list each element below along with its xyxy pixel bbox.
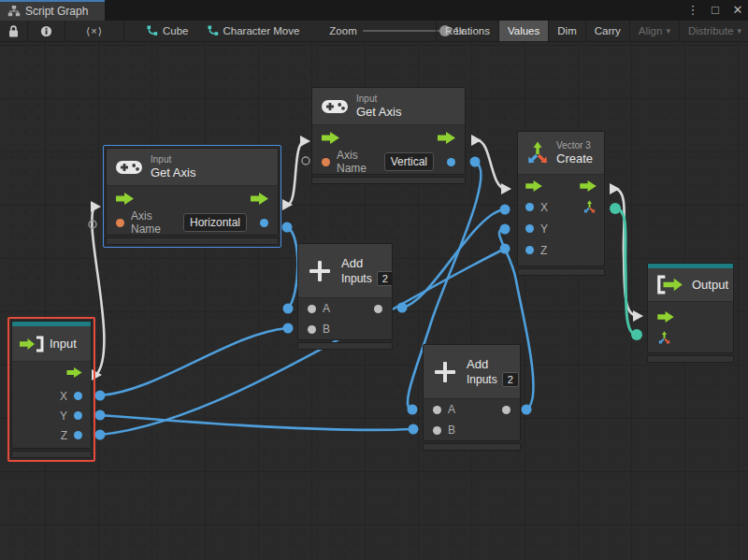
x-port[interactable] (525, 203, 534, 211)
node-title: Add (467, 357, 519, 372)
values-toggle[interactable]: Values (498, 21, 548, 41)
relations-toggle[interactable]: Relations (436, 21, 498, 41)
control-out-port[interactable] (438, 132, 455, 144)
node-title: Get Axis (356, 105, 401, 120)
gamepad-icon (322, 98, 348, 115)
node-footer (647, 355, 734, 363)
node-title: Add (341, 256, 393, 271)
sum-out-port[interactable] (502, 406, 511, 414)
input-a-label: A (323, 302, 330, 315)
lock-button[interactable] (0, 21, 28, 41)
axis-name-port[interactable] (116, 219, 124, 227)
output-event-icon (655, 275, 685, 294)
node-title: Get Axis (151, 165, 195, 180)
graph-hierarchy-icon (7, 6, 21, 17)
breadcrumb-label: Cube (163, 25, 189, 36)
node-output[interactable]: Output (647, 263, 734, 363)
node-title: Output (692, 278, 728, 293)
value-out-port[interactable] (447, 158, 455, 166)
tab-title: Script Graph (25, 5, 88, 18)
node-add-2[interactable]: Add Inputs 2 A B (423, 344, 521, 451)
node-get-axis-horizontal[interactable]: Input Get Axis Axis Name Horizontal (103, 145, 281, 248)
control-out-port[interactable] (251, 193, 268, 205)
input-b-port[interactable] (308, 325, 316, 334)
window-maximize-button[interactable]: □ (709, 0, 722, 21)
inputs-label: Inputs (341, 271, 372, 286)
axis-name-port[interactable] (322, 158, 330, 166)
axis-name-value[interactable]: Horizontal (183, 213, 247, 232)
window-menu-button[interactable]: ⋮ (686, 0, 699, 21)
inputs-label: Inputs (467, 372, 497, 387)
node-subtitle: Vector 3 (556, 140, 593, 151)
input-event-icon (19, 336, 44, 352)
tab-script-graph[interactable]: Script Graph (0, 0, 105, 21)
dim-toggle[interactable]: Dim (548, 21, 584, 41)
vector3-icon (525, 141, 550, 165)
graph-node-icon (147, 25, 158, 36)
axis-name-label: Axis Name (131, 209, 177, 236)
lock-icon (8, 25, 19, 37)
control-out-port[interactable] (580, 180, 597, 192)
vector3-out-port[interactable] (583, 200, 597, 214)
node-vector3-create[interactable]: Vector 3 Create X (517, 131, 605, 276)
node-add-1[interactable]: Add Inputs 2 A B (297, 243, 393, 350)
breadcrumb-cube[interactable]: Cube (137, 21, 198, 41)
zoom-label: Zoom (329, 25, 356, 36)
z-label: Z (61, 429, 67, 442)
y-label: Y (540, 223, 548, 236)
y-label: Y (60, 409, 67, 423)
distribute-dropdown[interactable]: Distribute ▾ (679, 21, 748, 41)
y-port[interactable] (525, 224, 534, 233)
input-b-label: B (448, 424, 455, 437)
plus-icon (306, 257, 334, 285)
node-footer (311, 177, 466, 184)
code-icon: ⟨×⟩ (86, 25, 103, 37)
z-port[interactable] (525, 246, 534, 254)
graph-toolbar: ⟨×⟩ Cube Character Move (0, 21, 748, 42)
node-title: Input (50, 337, 77, 352)
carry-toggle[interactable]: Carry (585, 21, 629, 41)
node-footer (11, 451, 92, 458)
chevron-down-icon: ▾ (666, 26, 670, 36)
x-out-port[interactable] (74, 392, 82, 400)
node-input[interactable]: Input X Y Z (7, 317, 95, 462)
sum-out-port[interactable] (374, 305, 382, 313)
align-dropdown[interactable]: Align ▾ (629, 21, 679, 41)
breadcrumb-label: Character Move (223, 25, 300, 36)
inputs-count[interactable]: 2 (377, 271, 393, 286)
x-label: X (540, 201, 548, 214)
control-in-port[interactable] (116, 193, 134, 205)
node-subtitle: Input (151, 154, 195, 165)
node-footer (517, 268, 605, 276)
gamepad-icon (116, 159, 142, 176)
input-b-label: B (323, 323, 330, 336)
axis-name-value[interactable]: Vertical (384, 152, 434, 171)
control-in-port[interactable] (657, 311, 674, 323)
code-view-button[interactable]: ⟨×⟩ (65, 21, 124, 41)
input-b-port[interactable] (433, 426, 441, 435)
info-icon (40, 25, 52, 37)
node-subtitle: Input (356, 93, 401, 105)
info-button[interactable] (28, 21, 65, 41)
control-in-port[interactable] (525, 180, 542, 192)
input-a-port[interactable] (433, 406, 441, 414)
vector3-in-port[interactable] (657, 331, 671, 345)
node-footer (297, 342, 393, 350)
unity-script-graph-window: Script Graph ⋮ □ ✕ (0, 0, 748, 560)
chevron-down-icon: ▾ (738, 26, 742, 36)
z-label: Z (540, 244, 547, 257)
node-footer (106, 237, 279, 245)
value-out-port[interactable] (260, 219, 268, 227)
z-out-port[interactable] (74, 431, 82, 439)
control-out-port[interactable] (66, 367, 82, 378)
node-title: Create (556, 151, 593, 166)
y-out-port[interactable] (74, 411, 82, 420)
control-in-port[interactable] (322, 132, 339, 144)
window-close-button[interactable]: ✕ (731, 0, 744, 21)
inputs-count[interactable]: 2 (502, 372, 519, 387)
node-get-axis-vertical[interactable]: Input Get Axis Axis Name Vertical (311, 87, 466, 184)
graph-node-icon (208, 25, 219, 36)
breadcrumb-character-move[interactable]: Character Move (198, 21, 309, 41)
node-footer (423, 443, 521, 451)
input-a-port[interactable] (308, 305, 316, 313)
